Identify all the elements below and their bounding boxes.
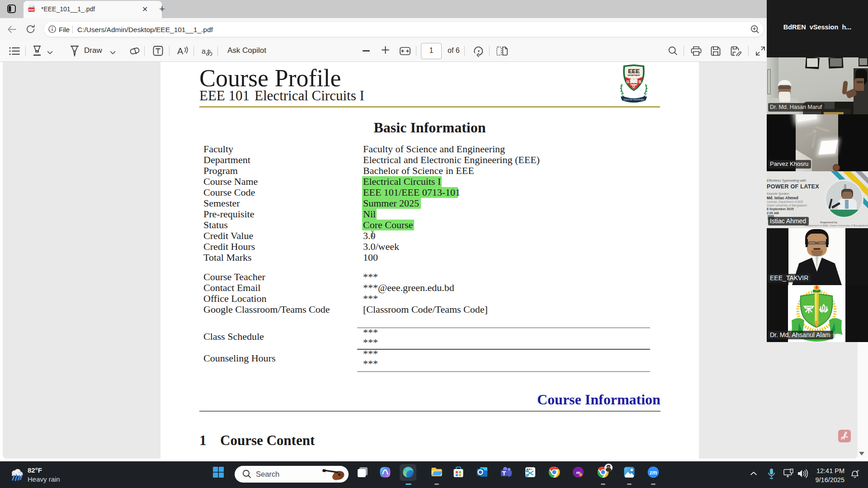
- svg-text:PDF: PDF: [28, 8, 34, 11]
- svg-text:B: B: [639, 80, 642, 84]
- svg-text:z: z: [858, 469, 859, 472]
- svg-text:あ: あ: [206, 48, 213, 56]
- svg-text:EEE: EEE: [628, 68, 640, 75]
- svg-text:a: a: [202, 47, 206, 55]
- svg-text:G: G: [627, 80, 630, 84]
- svg-text:Quest for knowledge: Quest for knowledge: [623, 98, 644, 101]
- svg-text:DEPARTMENT: DEPARTMENT: [627, 74, 640, 76]
- svg-text:zm: zm: [650, 469, 657, 476]
- svg-text:A: A: [177, 46, 184, 56]
